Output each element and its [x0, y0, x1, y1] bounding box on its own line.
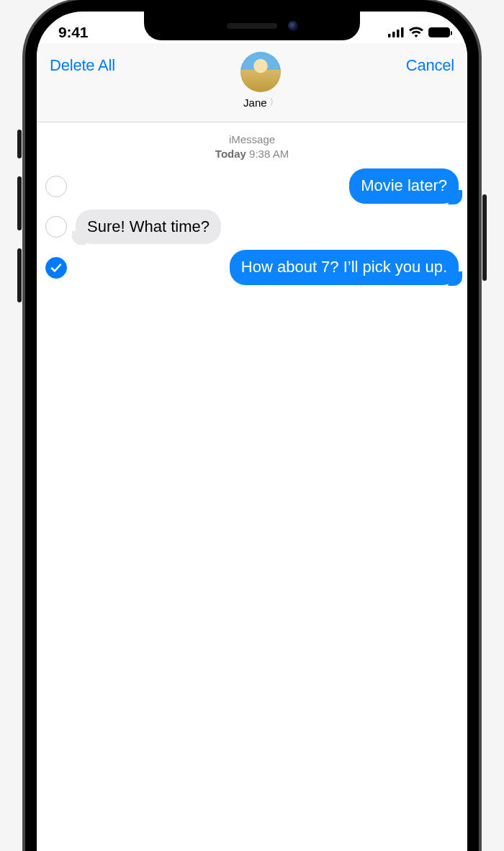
service-label: iMessage: [45, 132, 459, 147]
contact-header[interactable]: Jane 〉: [115, 52, 406, 109]
timestamp-time: 9:38 AM: [249, 148, 289, 160]
message-text: Sure! What time?: [87, 217, 210, 235]
notch: [144, 12, 360, 40]
message-bubble-sent[interactable]: How about 7? I’ll pick you up.: [230, 250, 459, 285]
select-checkbox[interactable]: [45, 216, 67, 238]
avatar: [240, 52, 281, 92]
wifi-icon: [408, 27, 424, 38]
phone-side-button: [482, 194, 487, 281]
message-bubble-sent[interactable]: Movie later?: [349, 168, 459, 204]
cellular-icon: [388, 27, 404, 37]
phone-side-button: [17, 130, 22, 158]
phone-frame: 9:41 Delete All Jane 〉 Cancel: [25, 0, 479, 851]
select-checkbox[interactable]: [45, 176, 67, 197]
message-row[interactable]: How about 7? I’ll pick you up.: [45, 250, 459, 285]
phone-side-button: [17, 176, 22, 230]
bubble-tail-icon: [448, 271, 462, 286]
conversation-view[interactable]: iMessage Today 9:38 AM Movie later?: [37, 122, 467, 851]
battery-icon: [428, 27, 450, 37]
front-camera-icon: [288, 21, 298, 31]
svg-rect-2: [397, 30, 400, 37]
speaker-icon: [227, 23, 277, 29]
svg-rect-1: [392, 32, 395, 37]
select-checkbox[interactable]: [45, 257, 67, 279]
bubble-tail-icon: [72, 230, 86, 245]
message-row[interactable]: Movie later?: [45, 168, 459, 204]
delete-all-button[interactable]: Delete All: [50, 52, 115, 75]
status-time: 9:41: [58, 24, 88, 41]
contact-name: Jane: [243, 96, 267, 109]
phone-side-button: [17, 248, 22, 302]
nav-header: Delete All Jane 〉 Cancel: [37, 43, 467, 122]
chevron-right-icon: 〉: [270, 96, 276, 109]
cancel-button[interactable]: Cancel: [406, 52, 454, 75]
svg-rect-3: [401, 27, 404, 37]
message-bubble-received[interactable]: Sure! What time?: [76, 210, 221, 245]
checkmark-icon: [50, 261, 63, 274]
thread-timestamp: iMessage Today 9:38 AM: [45, 132, 459, 161]
message-row[interactable]: Sure! What time?: [45, 210, 459, 245]
message-text: How about 7? I’ll pick you up.: [241, 258, 447, 276]
bubble-tail-icon: [448, 190, 462, 204]
timestamp-day: Today: [215, 148, 246, 160]
message-text: Movie later?: [361, 176, 447, 194]
svg-rect-0: [388, 34, 391, 37]
status-icons: [388, 27, 450, 38]
